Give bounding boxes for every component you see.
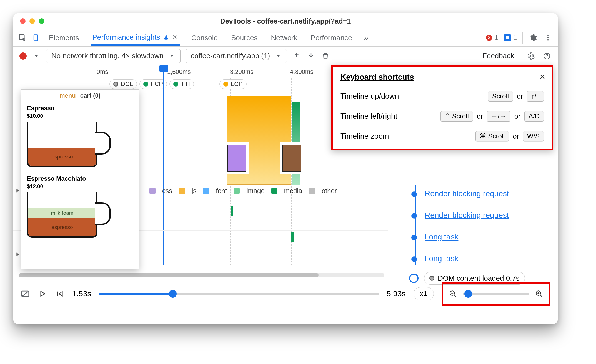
keyboard-shortcuts-popup: Keyboard shortcuts ✕ Timeline up/down Sc… <box>331 65 553 150</box>
kb-label: Timeline left/right <box>340 112 440 121</box>
export-icon[interactable] <box>292 51 301 61</box>
tick-3: 4,800ms <box>290 68 313 75</box>
preview-item-name: Espresso Macchiato <box>27 175 133 182</box>
preview-tab-menu: menu <box>59 92 76 99</box>
cup-graphic: espresso milk foam <box>27 192 110 238</box>
close-tab-icon[interactable] <box>172 34 178 40</box>
import-icon[interactable] <box>306 51 316 61</box>
delete-icon[interactable] <box>321 51 330 61</box>
close-popup-icon[interactable]: ✕ <box>539 73 545 81</box>
dot-icon <box>113 82 118 87</box>
zoom-slider[interactable] <box>463 293 529 295</box>
dot-icon <box>223 82 228 87</box>
swatch-font-icon <box>203 188 209 194</box>
kbd-key: ⌘ Scroll <box>475 131 509 141</box>
divider <box>520 50 520 62</box>
svg-point-3 <box>547 35 549 36</box>
svg-point-6 <box>530 55 532 57</box>
swatch-js-icon <box>179 188 185 194</box>
throttle-select[interactable]: No network throttling, 4× slowdown <box>46 49 181 63</box>
issue-count: 1 <box>513 34 517 42</box>
swatch-image-icon <box>234 188 240 194</box>
slider-thumb[interactable] <box>464 290 472 298</box>
inspect-element-icon[interactable] <box>18 34 27 42</box>
bullet-icon <box>411 191 417 197</box>
data-tick <box>291 232 294 242</box>
device-toggle-icon[interactable] <box>32 34 40 42</box>
timeline-area[interactable]: 0ms 1,600ms 3,200ms 4,800ms DCL FCP TTI … <box>13 65 558 307</box>
insight-link[interactable]: Render blocking request <box>425 211 509 220</box>
error-icon: ✕ <box>486 35 492 41</box>
marker-tti[interactable]: TTI <box>169 79 194 89</box>
record-button[interactable] <box>19 52 27 60</box>
marker-fcp[interactable]: FCP <box>139 79 167 89</box>
divider <box>522 32 523 44</box>
kebab-menu-icon[interactable] <box>543 33 553 42</box>
insight-link[interactable]: Render blocking request <box>425 189 509 198</box>
issue-icon <box>504 34 511 41</box>
dot-icon <box>143 82 148 87</box>
insight-link[interactable]: Long task <box>425 254 458 263</box>
screenshot-thumb[interactable] <box>225 142 249 174</box>
kb-label: Timeline up/down <box>340 92 488 101</box>
playback-speed[interactable]: x1 <box>414 287 434 300</box>
tick-0: 0ms <box>97 68 108 75</box>
bullet-icon <box>411 235 417 240</box>
expand-row-icon[interactable] <box>14 251 21 258</box>
dot-icon <box>173 82 178 87</box>
expand-row-icon[interactable] <box>14 188 21 194</box>
tab-performance-insights[interactable]: Performance insights <box>91 30 179 46</box>
kbd-key: ⇧ Scroll <box>440 111 473 122</box>
issue-count-badge[interactable]: 1 <box>504 34 517 42</box>
play-button[interactable] <box>38 289 47 299</box>
swatch-other-icon <box>309 188 315 194</box>
zoom-out-icon[interactable] <box>448 289 458 299</box>
tab-label: Performance insights <box>92 33 160 42</box>
resource-legend: css js font image media other <box>149 187 337 195</box>
slider-thumb[interactable] <box>169 290 177 298</box>
tab-console[interactable]: Console <box>190 30 219 46</box>
zoom-controls <box>442 282 550 306</box>
tab-sources[interactable]: Sources <box>229 30 259 46</box>
svg-point-5 <box>547 39 549 40</box>
insight-link[interactable]: Long task <box>425 232 458 241</box>
playhead[interactable] <box>163 65 164 265</box>
horizontal-scrollbar[interactable] <box>19 273 384 277</box>
kb-label: Timeline zoom <box>340 132 475 141</box>
settings-gear-icon[interactable] <box>528 33 538 42</box>
kbd-key: Scroll <box>488 91 513 102</box>
help-icon[interactable] <box>542 51 552 61</box>
marker-dcl[interactable]: DCL <box>109 79 137 89</box>
scroll-thumb[interactable] <box>19 273 319 277</box>
feedback-link[interactable]: Feedback <box>482 52 514 60</box>
zoom-in-icon[interactable] <box>534 289 544 299</box>
devtools-tabs: Elements Performance insights Console So… <box>13 29 558 47</box>
tab-network[interactable]: Network <box>269 30 299 46</box>
panel-settings-icon[interactable] <box>527 51 536 61</box>
error-count-badge[interactable]: ✕ 1 <box>486 34 498 42</box>
recording-select[interactable]: coffee-cart.netlify.app (1) <box>186 49 287 63</box>
screenshots-toggle-icon[interactable] <box>21 289 30 299</box>
insights-toolbar: No network throttling, 4× slowdown coffe… <box>13 47 558 65</box>
data-tick <box>231 206 233 216</box>
more-tabs-icon[interactable]: » <box>364 33 369 42</box>
playback-start-time: 1.53s <box>72 289 91 298</box>
tab-performance[interactable]: Performance <box>309 30 354 46</box>
throttle-value: No network throttling, 4× slowdown <box>51 52 164 60</box>
record-options-chevron[interactable] <box>32 51 41 61</box>
kbd-key: A/D <box>524 111 544 122</box>
rewind-icon[interactable] <box>55 289 64 299</box>
marker-lcp[interactable]: LCP <box>219 79 247 89</box>
swatch-css-icon <box>149 188 156 194</box>
playback-slider[interactable] <box>99 293 379 295</box>
window-title: DevTools - coffee-cart.netlify.app/?ad=1 <box>13 17 558 25</box>
experiment-icon <box>163 34 169 40</box>
playhead-handle[interactable] <box>159 65 168 72</box>
screenshot-thumb[interactable] <box>280 142 304 174</box>
swatch-media-icon <box>271 188 277 194</box>
preview-item-price: $10.00 <box>27 113 133 119</box>
tick-1: 1,600ms <box>167 68 191 75</box>
popup-title: Keyboard shortcuts <box>340 73 544 82</box>
kbd-key: W/S <box>523 131 544 141</box>
tab-elements[interactable]: Elements <box>47 30 81 46</box>
